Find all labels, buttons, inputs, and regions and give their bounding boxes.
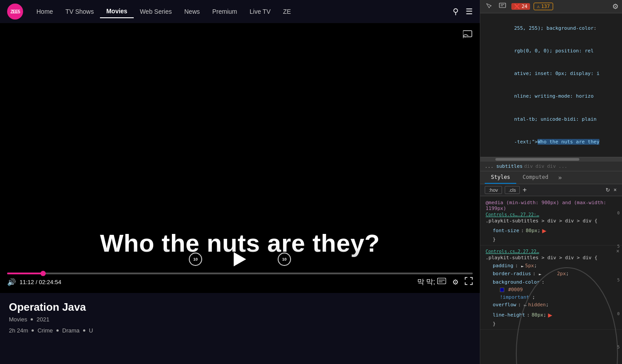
- video-info: Operation Java Movies 2021 2h 24m Crime …: [0, 293, 480, 364]
- svg-rect-0: [463, 31, 472, 37]
- red-arrow-1: ▶: [542, 226, 546, 236]
- progress-bar-row: [7, 273, 473, 274]
- css-property-font-size: font-size : 80px ; ▶: [486, 225, 617, 237]
- fullscreen-button[interactable]: [465, 277, 473, 287]
- red-arrow-2: ▶: [548, 310, 553, 320]
- css-rule-2: Controls.cs…2.27.22… .playkit-subtitles …: [480, 245, 622, 330]
- rule-source-2[interactable]: Controls.cs…2.27.22…: [486, 249, 617, 254]
- progress-bar[interactable]: [7, 273, 473, 274]
- logo[interactable]: ZEE5: [7, 4, 23, 20]
- close-pseudo-icon[interactable]: ×: [613, 186, 618, 194]
- nav-live-tv[interactable]: Live TV: [243, 5, 277, 18]
- time-display: 11:12 / 02:24:54: [20, 279, 61, 285]
- inspect-tool-btn[interactable]: [497, 2, 508, 11]
- at-rule-1: @media (min-width: 900px) and (max-width…: [486, 200, 617, 211]
- progress-thumb: [40, 271, 46, 276]
- volume-button[interactable]: 🔊: [7, 278, 16, 286]
- subtitles-button[interactable]: 막 막;: [417, 277, 446, 287]
- top-navigation: ZEE5 Home TV Shows Movies Web Series New…: [0, 0, 480, 23]
- nav-tv-shows[interactable]: TV Shows: [59, 5, 100, 18]
- nav-ze[interactable]: ZE: [277, 5, 297, 18]
- player-controls-overlay: 10 10: [0, 246, 480, 293]
- nav-news[interactable]: News: [178, 5, 206, 18]
- tab-styles[interactable]: Styles: [485, 171, 516, 184]
- nav-movies[interactable]: Movies: [100, 5, 133, 18]
- meta-dot-1: [31, 318, 33, 320]
- tab-computed[interactable]: Computed: [516, 171, 554, 184]
- play-icon: [234, 252, 246, 266]
- tab-more-btn[interactable]: »: [554, 172, 565, 183]
- devtools-settings-btn[interactable]: ⚙: [612, 2, 618, 11]
- breadcrumb-subtitles[interactable]: subtitles: [496, 163, 523, 169]
- settings-button[interactable]: ⚙: [452, 278, 459, 286]
- video-title: Operation Java: [9, 301, 471, 313]
- css-property-border-radius: border-radius : ► 2px ;: [486, 270, 617, 278]
- right-controls: 막 막; ⚙: [417, 277, 473, 287]
- cursor-tool-btn[interactable]: [484, 2, 494, 11]
- css-rule-1: @media (min-width: 900px) and (max-width…: [480, 196, 622, 245]
- css-property-background-color: background-color :: [486, 278, 617, 287]
- search-icon[interactable]: ⚲: [453, 7, 459, 16]
- meta-dot-2: [32, 329, 34, 332]
- css-property-padding: padding : ► 5px ;: [486, 262, 617, 270]
- padding-expand-arrow[interactable]: ►: [521, 263, 524, 269]
- video-meta: Movies 2021: [9, 316, 471, 323]
- svg-rect-2: [438, 278, 446, 284]
- svg-point-1: [463, 38, 464, 39]
- rule-source-1[interactable]: Controls.cs….27.22:…: [486, 212, 617, 217]
- css-property-line-height: line-height : 80px ; ▶: [486, 309, 617, 321]
- devtools-hscrollbar-thumb: [495, 158, 579, 161]
- pseudo-icons: ↻ ×: [605, 186, 618, 194]
- color-swatch[interactable]: [500, 288, 504, 292]
- devtools-breadcrumbs: ... subtitles div div div ...: [480, 162, 622, 171]
- cast-icon[interactable]: [463, 29, 474, 40]
- meta-dot-3: [56, 329, 59, 332]
- meta-dot-4: [83, 329, 85, 332]
- bottom-controls: 🔊 11:12 / 02:24:54 막 막;: [7, 276, 473, 288]
- play-button[interactable]: [230, 249, 250, 269]
- overflow-expand-arrow[interactable]: ►: [524, 302, 527, 309]
- video-tags: 2h 24m Crime Drama U: [9, 327, 471, 334]
- breadcrumb-ellipsis: ...: [485, 163, 494, 169]
- skip-forward-button[interactable]: 10: [276, 251, 292, 267]
- nav-web-series[interactable]: Web Series: [134, 5, 178, 18]
- progress-fill: [7, 273, 43, 274]
- devtools-panel: ❌ 24 ⚠ 137 ⚙ 255, 255); background-color…: [480, 0, 622, 364]
- nav-home[interactable]: Home: [30, 5, 59, 18]
- svg-rect-5: [499, 3, 506, 8]
- refresh-icon[interactable]: ↻: [605, 186, 611, 194]
- cls-btn[interactable]: .cls: [505, 186, 520, 194]
- devtools-styles-content[interactable]: 0 5 5 0 5 @media (min-width: 900px) and …: [480, 196, 622, 364]
- border-radius-expand-arrow[interactable]: ►: [539, 271, 542, 277]
- skip-back-button[interactable]: 10: [187, 251, 203, 267]
- devtools-hscrollbar[interactable]: [480, 157, 622, 162]
- rule-close-btn[interactable]: ×: [616, 248, 619, 254]
- menu-icon[interactable]: ☰: [466, 7, 473, 16]
- hov-btn[interactable]: :hov: [485, 186, 502, 194]
- error-badge[interactable]: ❌ 24: [511, 3, 530, 10]
- playback-buttons: 10 10: [7, 249, 473, 269]
- rule-selector-2: .playkit-subtitles > div > div > div {: [486, 255, 617, 261]
- nav-icons: ⚲ ☰: [453, 7, 473, 16]
- rule-selector-1: .playkit-subtitles > div > div > div {: [486, 218, 617, 224]
- add-rule-btn[interactable]: +: [522, 186, 526, 194]
- devtools-pseudo-toolbar: :hov .cls + ↻ ×: [480, 184, 622, 196]
- nav-premium[interactable]: Premium: [206, 5, 243, 18]
- devtools-tabs: Styles Computed »: [480, 171, 622, 184]
- css-property-overflow: overflow : ► hidden ;: [486, 301, 617, 309]
- warn-badge[interactable]: ⚠ 137: [534, 3, 553, 10]
- video-player[interactable]: Who the nuts are they? 10: [0, 23, 480, 293]
- devtools-html-snippet: 255, 255); background-color: rgb(0, 0, 0…: [480, 13, 622, 157]
- devtools-topbar: ❌ 24 ⚠ 137 ⚙: [480, 0, 622, 13]
